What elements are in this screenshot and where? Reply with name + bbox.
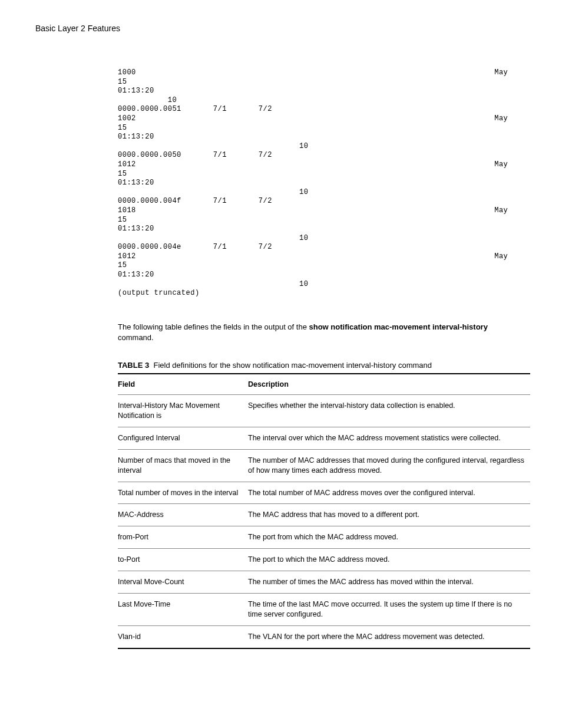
page-header: Basic Layer 2 Features	[35, 24, 527, 33]
table-header-field: Field	[118, 374, 248, 395]
table-header-row: Field Description	[118, 374, 530, 395]
cell-description: The port from which the MAC address move…	[248, 526, 530, 549]
cell-field: Total number of moves in the interval	[118, 482, 248, 504]
cell-description: Specifies whether the interval-history d…	[248, 395, 530, 427]
field-definitions-table: Field Description Interval-History Mac M…	[118, 373, 530, 648]
cell-field: Last Move-Time	[118, 593, 248, 625]
intro-paragraph: The following table defines the fields i…	[118, 322, 515, 343]
cell-field: from-Port	[118, 526, 248, 549]
table-row: Last Move-Time The time of the last MAC …	[118, 593, 530, 625]
table-row: MAC-Address The MAC address that has mov…	[118, 504, 530, 526]
cell-description: The total number of MAC address moves ov…	[248, 482, 530, 504]
page-header-text: Basic Layer 2 Features	[35, 24, 120, 33]
table-caption: TABLE 3 Field definitions for the show n…	[118, 361, 515, 370]
cell-description: The interval over which the MAC address …	[248, 427, 530, 449]
table-row: Vlan-id The VLAN for the port where the …	[118, 625, 530, 648]
code-output-block: 1000 May 15 01:13:20 10 0000.0000.0051 7…	[118, 68, 527, 298]
cell-field: Configured Interval	[118, 427, 248, 449]
table-caption-label: TABLE 3	[118, 361, 149, 370]
cell-description: The VLAN for the port where the MAC addr…	[248, 625, 530, 648]
intro-pre: The following table defines the fields i…	[118, 322, 309, 331]
cell-description: The time of the last MAC move occurred. …	[248, 593, 530, 625]
table-row: Configured Interval The interval over wh…	[118, 427, 530, 449]
cell-description: The number of MAC addresses that moved d…	[248, 449, 530, 482]
table-row: Interval Move-Count The number of times …	[118, 571, 530, 594]
table-row: Number of macs that moved in the interva…	[118, 449, 530, 482]
table-header-description: Description	[248, 374, 530, 395]
cell-field: to-Port	[118, 549, 248, 571]
cell-field: Interval-History Mac Movement Notificati…	[118, 395, 248, 427]
table-caption-text: Field definitions for the show notificat…	[153, 361, 432, 370]
table-row: Total number of moves in the interval Th…	[118, 482, 530, 504]
cell-field: Vlan-id	[118, 625, 248, 648]
cell-field: Number of macs that moved in the interva…	[118, 449, 248, 482]
cell-field: Interval Move-Count	[118, 571, 248, 594]
cell-description: The MAC address that has moved to a diff…	[248, 504, 530, 526]
cell-description: The number of times the MAC address has …	[248, 571, 530, 594]
table-row: Interval-History Mac Movement Notificati…	[118, 395, 530, 427]
intro-post: command.	[118, 333, 154, 342]
cell-description: The port to which the MAC address moved.	[248, 549, 530, 571]
table-row: from-Port The port from which the MAC ad…	[118, 526, 530, 549]
intro-bold: show notification mac-movement interval-…	[309, 322, 488, 331]
cell-field: MAC-Address	[118, 504, 248, 526]
table-row: to-Port The port to which the MAC addres…	[118, 549, 530, 571]
